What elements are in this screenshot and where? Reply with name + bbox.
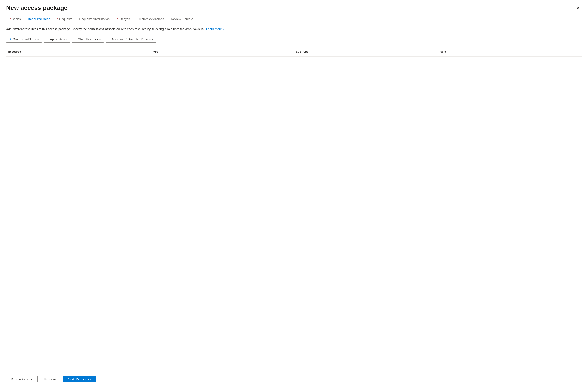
column-sub-type: Sub Type [294,49,438,55]
plus-icon: + [47,37,49,41]
resource-table: Resource Type Sub Type Role [6,47,582,372]
sharepoint-sites-label: SharePoint sites [78,37,101,41]
table-header: Resource Type Sub Type Role [6,47,582,57]
learn-more-link[interactable]: Learn more↗ [206,27,225,31]
page-container: New access package ... ✕ Basics Resource… [0,0,588,386]
header-row: New access package ... ✕ [6,4,582,11]
next-requests-button[interactable]: Next: Requests > [63,376,96,383]
external-link-icon: ↗ [222,27,224,31]
microsoft-entra-role-label: Microsoft Entra role (Preview) [112,37,152,41]
add-groups-teams-button[interactable]: + Groups and Teams [6,36,42,43]
tab-custom-extensions[interactable]: Custom extensions [134,15,168,23]
add-sharepoint-sites-button[interactable]: + SharePoint sites [72,36,104,43]
header-title-group: New access package ... [6,4,77,11]
tab-requests[interactable]: Requests [54,15,76,23]
footer-bar: Review + create Previous Next: Requests … [6,372,582,386]
tab-review-create[interactable]: Review + create [168,15,197,23]
applications-label: Applications [50,37,67,41]
column-type: Type [150,49,294,55]
close-button[interactable]: ✕ [575,5,582,11]
description-text: Add different resources to this access p… [6,27,582,31]
groups-teams-label: Groups and Teams [13,37,39,41]
action-buttons-row: + Groups and Teams + Applications + Shar… [6,36,582,43]
plus-icon: + [9,37,11,41]
tab-requestor-information[interactable]: Requestor information [76,15,113,23]
plus-icon: + [109,37,111,41]
tab-basics[interactable]: Basics [6,15,24,23]
previous-button[interactable]: Previous [40,376,61,383]
review-create-button[interactable]: Review + create [6,376,38,383]
add-applications-button[interactable]: + Applications [43,36,70,43]
add-microsoft-entra-role-button[interactable]: + Microsoft Entra role (Preview) [106,36,156,43]
tab-resource-roles[interactable]: Resource roles [24,15,54,23]
tabs-nav: Basics Resource roles Requests Requestor… [6,15,582,23]
plus-icon: + [75,37,77,41]
ellipsis-button[interactable]: ... [70,5,77,11]
table-body [6,57,582,145]
column-role: Role [438,49,582,55]
page-title: New access package [6,4,67,11]
tab-lifecycle[interactable]: Lifecycle [113,15,134,23]
column-resource: Resource [6,49,150,55]
